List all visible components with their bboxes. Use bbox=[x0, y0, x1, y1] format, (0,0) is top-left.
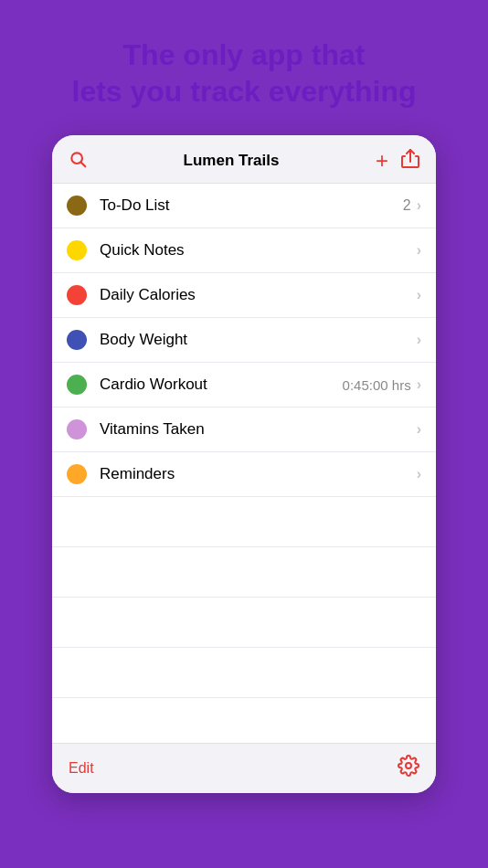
list-item-notes[interactable]: Quick Notes › bbox=[52, 228, 436, 273]
chevron-cardio: › bbox=[417, 376, 421, 393]
svg-line-1 bbox=[81, 162, 86, 166]
list-item-todo[interactable]: To-Do List 2 › bbox=[52, 184, 436, 228]
header-line1: The only app that bbox=[123, 38, 366, 71]
empty-row-3 bbox=[52, 598, 436, 648]
header-line2: lets you track everything bbox=[71, 75, 416, 108]
add-button[interactable]: + bbox=[376, 148, 388, 174]
bottom-bar: Edit bbox=[52, 743, 436, 793]
chevron-reminders: › bbox=[417, 466, 421, 482]
empty-row-4 bbox=[52, 648, 436, 698]
svg-point-2 bbox=[406, 763, 411, 768]
item-label-reminders: Reminders bbox=[100, 465, 417, 483]
list-item-cardio[interactable]: Cardio Workout 0:45:00 hrs › bbox=[52, 363, 436, 408]
item-label-todo: To-Do List bbox=[100, 196, 403, 215]
dot-calories bbox=[67, 285, 87, 305]
chevron-calories: › bbox=[417, 287, 421, 303]
search-icon[interactable] bbox=[69, 150, 87, 173]
list-item-weight[interactable]: Body Weight › bbox=[52, 318, 436, 363]
item-badge-todo: 2 bbox=[403, 197, 411, 214]
item-value-cardio: 0:45:00 hrs bbox=[343, 377, 411, 393]
nav-title: Lumen Trails bbox=[87, 152, 376, 170]
dot-todo bbox=[67, 196, 87, 216]
dot-reminders bbox=[67, 464, 87, 484]
item-label-cardio: Cardio Workout bbox=[100, 376, 343, 394]
share-button[interactable] bbox=[401, 149, 419, 174]
nav-bar: Lumen Trails + bbox=[52, 135, 436, 184]
item-label-calories: Daily Calories bbox=[100, 286, 417, 304]
dot-vitamins bbox=[67, 419, 87, 439]
dot-weight bbox=[67, 330, 87, 350]
chevron-todo: › bbox=[417, 197, 421, 214]
item-label-vitamins: Vitamins Taken bbox=[100, 420, 417, 439]
settings-icon[interactable] bbox=[398, 755, 419, 782]
chevron-weight: › bbox=[417, 332, 421, 348]
empty-row-2 bbox=[52, 547, 436, 598]
empty-row-1 bbox=[52, 497, 436, 547]
dot-cardio bbox=[67, 375, 87, 395]
edit-button[interactable]: Edit bbox=[69, 760, 94, 777]
list-container: To-Do List 2 › Quick Notes › Daily Calor… bbox=[52, 184, 436, 743]
list-item-reminders[interactable]: Reminders › bbox=[52, 452, 436, 497]
list-item-calories[interactable]: Daily Calories › bbox=[52, 273, 436, 318]
item-label-notes: Quick Notes bbox=[100, 241, 417, 259]
list-item-vitamins[interactable]: Vitamins Taken › bbox=[52, 408, 436, 452]
chevron-vitamins: › bbox=[417, 421, 421, 438]
dot-notes bbox=[67, 240, 87, 260]
phone-card: Lumen Trails + To-Do List 2 › Quick Note… bbox=[52, 135, 436, 793]
header-text: The only app that lets you track everyth… bbox=[44, 0, 443, 135]
item-label-weight: Body Weight bbox=[100, 331, 417, 349]
chevron-notes: › bbox=[417, 242, 421, 259]
